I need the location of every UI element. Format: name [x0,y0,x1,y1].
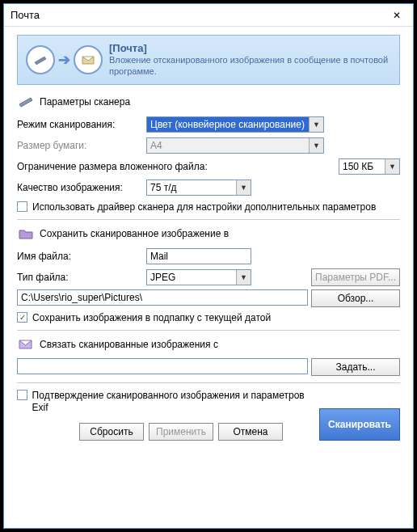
use-driver-row[interactable]: Использовать драйвер сканера для настрой… [17,201,400,213]
filename-value: Mail [150,251,168,262]
scanner-section-head: Параметры сканера [17,93,400,111]
paper-size-select: A4 ▼ [146,137,324,154]
quality-label: Качество изображения: [17,182,146,193]
scan-mode-select[interactable]: Цвет (конвейерное сканирование) ▼ [146,116,324,133]
dialog-window: Почта ✕ ➔ [Почта] Вложение отсканированн… [3,3,414,529]
chevron-down-icon: ▼ [236,180,251,195]
envelope-icon [17,336,35,353]
link-section-head: Связать сканированные изображения с [17,336,400,353]
filename-row: Имя файла: Mail [17,247,400,265]
content: ➔ [Почта] Вложение отсканированного изоб… [4,27,413,528]
scanner-icon [26,45,55,74]
reset-button[interactable]: Сбросить [79,423,144,441]
scan-button[interactable]: Сканировать [319,408,400,441]
quality-value: 75 т/д [150,182,177,193]
file-limit-row: Ограничение размера вложенного файла: 15… [17,158,400,175]
pdf-options-button: Параметры PDF... [311,268,400,286]
apply-button: Применить [149,423,213,441]
banner-title: [Почта] [109,42,391,54]
banner: ➔ [Почта] Вложение отсканированного изоб… [17,35,400,85]
confirm-row[interactable]: Подтверждение сканированного изображения… [17,390,313,415]
filetype-label: Тип файла: [17,272,146,283]
file-limit-label: Ограничение размера вложенного файла: [17,161,243,172]
folder-icon [17,225,35,243]
cancel-button[interactable]: Отмена [218,423,283,441]
scan-mode-value: Цвет (конвейерное сканирование) [150,119,305,130]
banner-icons: ➔ [26,45,103,74]
scan-mode-label: Режим сканирования: [17,119,146,130]
quality-select[interactable]: 75 т/д ▼ [146,179,251,196]
file-limit-select[interactable]: 150 КБ ▼ [339,158,400,175]
envelope-icon [74,45,103,74]
titlebar: Почта ✕ [4,4,413,27]
scan-mode-row: Режим сканирования: Цвет (конвейерное ск… [17,116,400,133]
paper-size-value: A4 [150,140,162,151]
paper-size-row: Размер бумаги: A4 ▼ [17,137,400,154]
save-section-head: Сохранить сканированное изображение в [17,225,400,243]
divider [17,330,400,331]
subfolder-row[interactable]: ✓ Сохранить изображения в подпапку с тек… [17,312,400,323]
path-input[interactable]: C:\Users\rio_super\Pictures\ [17,289,308,306]
filetype-value: JPEG [150,272,175,283]
button-group: Сбросить Применить Отмена [49,423,313,441]
save-section-label: Сохранить сканированное изображение в [40,228,229,239]
subfolder-label: Сохранить изображения в подпапку с текущ… [32,312,271,323]
set-button[interactable]: Задать... [311,358,400,376]
chevron-down-icon: ▼ [309,117,323,132]
browse-button[interactable]: Обзор... [311,289,400,307]
divider [17,382,400,383]
link-row: Задать... [17,358,400,376]
filename-label: Имя файла: [17,251,146,262]
bottom-left: Подтверждение сканированного изображения… [17,390,313,441]
scanner-icon [17,93,35,111]
chevron-down-icon: ▼ [385,159,399,174]
filetype-select[interactable]: JPEG ▼ [146,269,251,285]
checkbox-checked-icon: ✓ [17,312,27,323]
quality-row: Качество изображения: 75 т/д ▼ [17,179,400,196]
checkbox-empty-icon [17,201,27,212]
banner-description: Вложение отсканированного изображения в … [109,54,391,78]
use-driver-label: Использовать драйвер сканера для настрой… [32,201,376,213]
close-button[interactable]: ✕ [387,6,406,25]
arrow-icon: ➔ [58,51,70,69]
chevron-down-icon: ▼ [236,270,251,285]
window-title: Почта [11,9,387,21]
divider [17,219,400,220]
file-limit-value: 150 КБ [343,161,373,172]
path-row: C:\Users\rio_super\Pictures\ Обзор... [17,289,400,307]
checkbox-empty-icon [17,390,27,400]
chevron-down-icon: ▼ [309,138,323,153]
scanner-section-label: Параметры сканера [40,96,130,108]
link-section-label: Связать сканированные изображения с [40,339,218,350]
path-value: C:\Users\rio_super\Pictures\ [21,292,142,303]
close-icon: ✕ [393,10,401,21]
confirm-label: Подтверждение сканированного изображения… [32,390,313,415]
filename-input[interactable]: Mail [146,248,251,264]
paper-size-label: Размер бумаги: [17,140,146,151]
banner-text: [Почта] Вложение отсканированного изобра… [109,42,391,78]
link-input[interactable] [17,358,308,374]
bottom-area: Подтверждение сканированного изображения… [17,390,400,441]
filetype-row: Тип файла: JPEG ▼ Параметры PDF... [17,268,400,286]
